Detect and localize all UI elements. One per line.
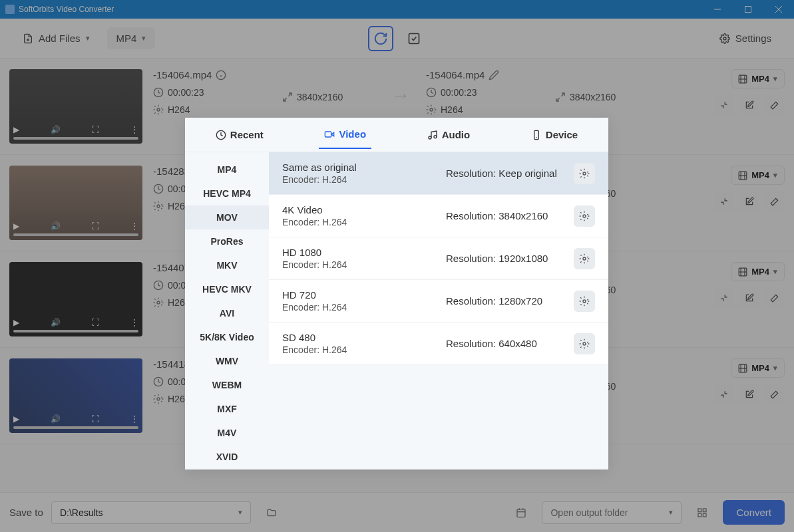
format-item-avi[interactable]: AVI (185, 301, 269, 325)
preset-resolution: Resolution: 1920x1080 (446, 253, 566, 264)
preset-settings-button[interactable] (574, 205, 595, 227)
preset-row[interactable]: SD 480 Encoder: H.264 Resolution: 640x48… (269, 323, 608, 365)
preset-resolution: Resolution: 1280x720 (446, 295, 566, 307)
preset-row[interactable]: HD 1080 Encoder: H.264 Resolution: 1920x… (269, 237, 608, 280)
tab-audio[interactable]: Audio (422, 121, 476, 148)
svg-point-89 (583, 257, 586, 260)
gear-icon (579, 211, 590, 221)
format-item-xvid[interactable]: XVID (185, 445, 269, 469)
preset-title: HD 1080 (282, 247, 438, 258)
format-picker-modal: Recent Video Audio Device MP4HEVC MP4MOV… (185, 118, 608, 469)
tab-recent-label: Recent (230, 129, 264, 140)
format-sidebar[interactable]: MP4HEVC MP4MOVProResMKVHEVC MKVAVI5K/8K … (185, 152, 269, 469)
gear-icon (579, 338, 590, 349)
gear-icon (579, 296, 590, 307)
preset-title: Same as original (282, 162, 438, 173)
preset-encoder: Encoder: H.264 (282, 174, 438, 185)
preset-encoder: Encoder: H.264 (282, 344, 438, 355)
svg-point-91 (583, 342, 586, 345)
preset-title: HD 720 (282, 289, 438, 301)
preset-row[interactable]: Same as original Encoder: H.264 Resoluti… (269, 152, 608, 195)
format-item-hevc-mkv[interactable]: HEVC MKV (185, 277, 269, 301)
tab-audio-label: Audio (442, 129, 471, 140)
format-item-hevc-mp4[interactable]: HEVC MP4 (185, 182, 269, 205)
format-item-mp4[interactable]: MP4 (185, 158, 269, 182)
svg-point-88 (583, 215, 586, 217)
format-item-prores[interactable]: ProRes (185, 229, 269, 253)
tab-video[interactable]: Video (319, 120, 371, 149)
svg-point-90 (583, 300, 586, 303)
modal-tabs: Recent Video Audio Device (185, 118, 608, 152)
format-item-5k-8k-video[interactable]: 5K/8K Video (185, 325, 269, 349)
device-icon (531, 130, 542, 140)
svg-point-83 (429, 136, 431, 139)
preset-resolution: Resolution: Keep original (446, 168, 566, 179)
preset-title: SD 480 (282, 332, 438, 343)
music-icon (427, 130, 438, 140)
tab-device[interactable]: Device (526, 121, 583, 148)
gear-icon (579, 253, 590, 264)
svg-point-87 (583, 172, 586, 175)
preset-row[interactable]: HD 720 Encoder: H.264 Resolution: 1280x7… (269, 280, 608, 323)
svg-rect-81 (325, 132, 331, 137)
video-icon (324, 129, 335, 140)
gear-icon (579, 168, 590, 179)
preset-encoder: Encoder: H.264 (282, 217, 438, 227)
preset-encoder: Encoder: H.264 (282, 302, 438, 313)
format-item-mkv[interactable]: MKV (185, 253, 269, 277)
format-item-wmv[interactable]: WMV (185, 349, 269, 373)
format-item-webm[interactable]: WEBM (185, 373, 269, 397)
preset-title: 4K Video (282, 204, 438, 215)
preset-resolution: Resolution: 640x480 (446, 338, 566, 349)
preset-row[interactable]: 4K Video Encoder: H.264 Resolution: 3840… (269, 195, 608, 237)
preset-settings-button[interactable] (574, 163, 595, 184)
format-item-m4v[interactable]: M4V (185, 421, 269, 445)
preset-settings-button[interactable] (574, 291, 595, 312)
preset-settings-button[interactable] (574, 248, 595, 269)
tab-device-label: Device (546, 129, 578, 140)
preset-resolution: Resolution: 3840x2160 (446, 210, 566, 221)
svg-point-84 (434, 135, 437, 138)
tab-video-label: Video (339, 128, 366, 140)
preset-list: Same as original Encoder: H.264 Resoluti… (269, 152, 608, 469)
clock-icon (216, 130, 226, 140)
preset-settings-button[interactable] (574, 333, 595, 354)
svg-rect-85 (534, 130, 538, 139)
preset-encoder: Encoder: H.264 (282, 259, 438, 270)
format-item-mxf[interactable]: MXF (185, 397, 269, 421)
format-item-mov[interactable]: MOV (185, 205, 269, 229)
tab-recent[interactable]: Recent (210, 121, 269, 148)
